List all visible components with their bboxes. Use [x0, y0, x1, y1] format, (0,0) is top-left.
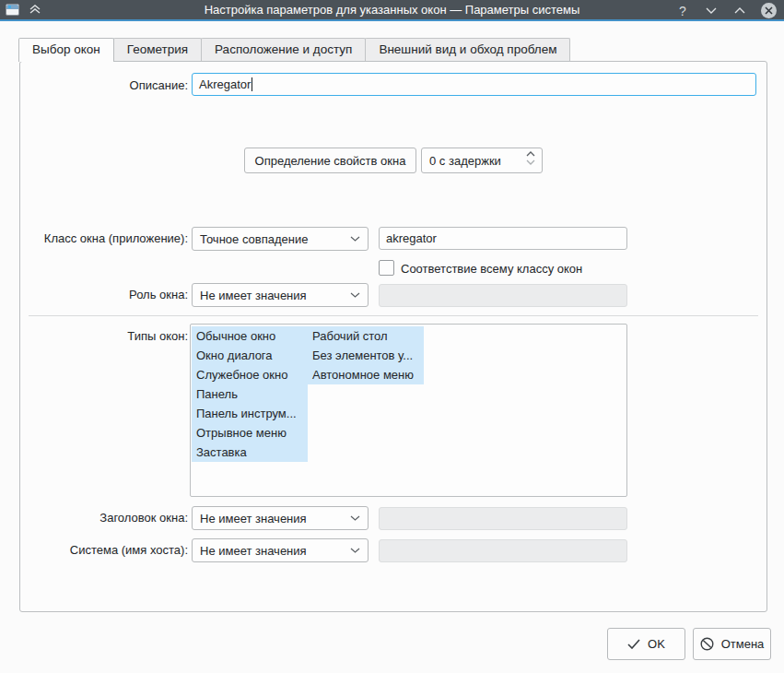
check-icon: [627, 639, 640, 649]
chevron-down-icon: [350, 292, 360, 298]
delay-spinbox[interactable]: 0 с задержки: [421, 148, 543, 173]
window-title: Настройка параметров для указанных окон …: [0, 0, 784, 20]
detect-window-properties-button[interactable]: Определение свойств окна: [244, 148, 416, 173]
window-type-item[interactable]: Без элементов у...: [308, 346, 424, 365]
window-types-label: Типы окон:: [20, 329, 188, 343]
window-title-label: Заголовок окна:: [20, 511, 188, 525]
machine-match-combobox[interactable]: Не имеет значения: [192, 538, 369, 562]
window-rules-dialog: Настройка параметров для указанных окон …: [0, 0, 784, 673]
tab[interactable]: Внешний вид и обход проблем: [365, 38, 570, 61]
description-label: Описание:: [20, 78, 188, 92]
window-type-item[interactable]: Панель инструм...: [192, 404, 308, 423]
window-type-item[interactable]: Заставка: [192, 443, 308, 462]
window-type-item[interactable]: Окно диалога: [192, 346, 308, 365]
window-type-item[interactable]: Отрывное меню: [192, 423, 308, 443]
chevron-down-icon: [350, 236, 360, 242]
circle-slash-icon: [700, 637, 714, 651]
tab[interactable]: Расположение и доступ: [201, 38, 366, 61]
tab-bar: Выбор оконГеометрияРасположение и доступ…: [18, 38, 569, 62]
spin-down-icon[interactable]: [526, 159, 535, 165]
whole-class-checkbox-label[interactable]: Соответствие всему классу окон: [401, 262, 582, 276]
window-class-label: Класс окна (приложение):: [20, 231, 188, 245]
window-type-item[interactable]: Рабочий стол: [308, 326, 424, 346]
window-type-item[interactable]: Обычное окно: [192, 326, 308, 346]
window-types-column-2: Рабочий столБез элементов у...Автономное…: [308, 326, 424, 384]
titlebar[interactable]: Настройка параметров для указанных окон …: [0, 0, 784, 21]
tab-content-window-selection: Описание: Akregator Определение свойств …: [19, 61, 767, 612]
window-role-match-combobox[interactable]: Не имеет значения: [192, 283, 369, 307]
tab[interactable]: Выбор окон: [18, 38, 114, 62]
app-window-icon: [6, 4, 19, 16]
maximize-icon[interactable]: [732, 4, 747, 18]
keep-above-icon[interactable]: [28, 3, 42, 18]
close-icon[interactable]: [761, 3, 777, 18]
window-types-column-1: Обычное окноОкно диалогаСлужебное окноПа…: [192, 326, 308, 462]
window-role-label: Роль окна:: [20, 288, 188, 301]
whole-class-checkbox[interactable]: [379, 260, 394, 276]
window-title-match-combobox[interactable]: Не имеет значения: [192, 506, 369, 530]
tab[interactable]: Геометрия: [113, 38, 202, 61]
ok-button[interactable]: OK: [607, 628, 685, 660]
window-title-input: [379, 507, 627, 530]
help-icon[interactable]: ?: [675, 4, 690, 18]
window-type-item[interactable]: Панель: [192, 384, 308, 404]
description-input[interactable]: Akregator: [192, 73, 756, 96]
text-cursor: [252, 77, 252, 91]
separator: [29, 315, 758, 316]
machine-label: Система (имя хоста):: [20, 543, 188, 557]
machine-input: [379, 539, 627, 562]
window-type-item[interactable]: Автономное меню: [308, 365, 424, 384]
window-class-input[interactable]: akregator: [379, 227, 627, 250]
window-class-match-combobox[interactable]: Точное совпадение: [192, 227, 369, 251]
window-role-input: [379, 284, 627, 307]
chevron-down-icon: [350, 548, 360, 553]
spin-up-icon[interactable]: [526, 151, 535, 157]
chevron-down-icon: [350, 515, 360, 521]
window-type-item[interactable]: Служебное окно: [192, 365, 308, 384]
cancel-button[interactable]: Отмена: [693, 628, 771, 660]
minimize-icon[interactable]: [704, 4, 719, 18]
window-types-list[interactable]: Обычное окноОкно диалогаСлужебное окноПа…: [190, 324, 627, 497]
